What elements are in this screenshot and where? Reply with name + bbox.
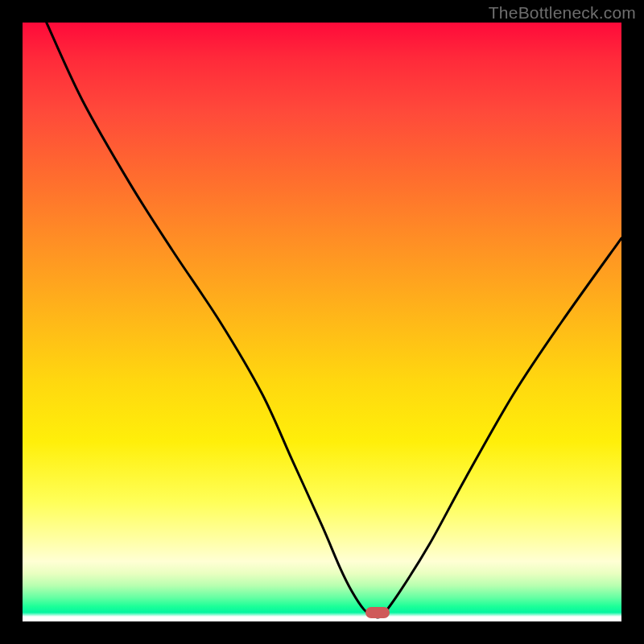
bottleneck-curve [23,23,621,621]
chart-frame: TheBottleneck.com [0,0,644,644]
plot-area [23,23,621,621]
optimal-marker [365,607,390,618]
curve-path [47,23,621,617]
watermark: TheBottleneck.com [489,3,636,23]
